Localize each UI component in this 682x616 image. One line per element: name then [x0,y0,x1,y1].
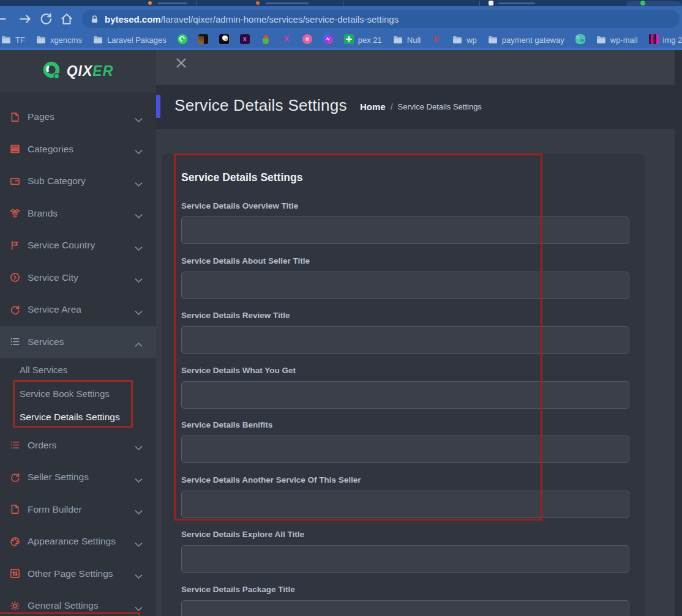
chevron-down-icon [135,114,143,120]
eagle-icon [219,34,229,46]
text-input[interactable] [181,600,629,616]
sidebar-item-other-page-settings[interactable]: Other Page Settings [0,557,156,590]
logo-text: QIXER [67,63,114,80]
forward-icon[interactable] [18,12,32,26]
bookmark-item[interactable] [193,34,214,46]
sidebar-item-label: Seller Settings [28,472,89,483]
field-label: Service Details What You Get [181,366,629,376]
parrot-icon [261,34,271,46]
bookmark-item[interactable] [318,34,339,46]
bookmark-item[interactable]: payment gateway [482,35,570,45]
sidebar-subitem-label: Service Book Settings [20,388,110,399]
palette-icon [9,535,21,547]
sidebar-subitem-service-details-settings[interactable]: Service Details Settings [0,406,156,429]
bookmark-item[interactable]: img 2 gd [643,34,682,46]
bookmark-item[interactable]: TF [0,35,31,45]
bookmark-item[interactable] [297,34,318,46]
text-input[interactable] [181,436,629,463]
app-logo[interactable]: QIXER [0,50,156,92]
sidebar-item-seller-settings[interactable]: Seller Settings [0,461,156,494]
bookmarks-bar: TF xgencms Laravel Pakages x X [0,32,682,48]
sidebar-item-service-area[interactable]: Service Area [0,294,156,326]
sidebar-item-pages[interactable]: Pages [0,101,156,133]
text-input[interactable] [181,326,629,354]
page-title: Service Details Settings [174,96,347,115]
bookmark-item[interactable] [255,34,276,46]
folder-icon [596,35,606,44]
flag-icon [9,239,21,251]
text-input[interactable] [181,217,629,244]
text-input[interactable] [181,272,629,299]
sidebar-item-orders[interactable]: Orders [0,429,156,461]
lock-icon [91,15,99,24]
browser-tab-strip [0,0,682,6]
sidebar-item-services[interactable]: Services [0,326,156,358]
active-tab-stub[interactable] [626,1,682,6]
reload-icon[interactable] [39,12,53,26]
chevron-down-icon [135,475,143,480]
chevron-down-icon [135,507,143,512]
bookmark-item[interactable]: Laravel Pakages [88,35,172,45]
main-content: Service Details Settings Home / Service … [156,50,682,616]
sidebar-item-label: Service City [28,272,78,283]
sidebar-item-label: Categories [28,144,73,155]
sidebar-item-sub-category[interactable]: Sub Category [0,165,156,198]
sidebar-item-appearance-settings[interactable]: Appearance Settings [0,525,156,558]
sidebar-item-brands[interactable]: Brands [0,198,156,230]
bookmark-item[interactable]: Null [388,35,426,45]
sheets-icon [344,34,354,46]
tab-separator [196,1,197,6]
sidebar-subitem-all-services[interactable]: All Services [0,358,156,382]
breadcrumb-home-link[interactable]: Home [360,102,386,112]
settings-card: Service Details Settings Service Details… [162,154,645,616]
url-bar[interactable]: bytesed.com/laravel/qixer/admin-home/ser… [82,10,680,28]
lattice-icon [9,207,21,220]
bookmark-item[interactable]: X [276,34,297,46]
back-icon[interactable] [0,12,7,26]
text-input[interactable] [181,381,629,409]
sidebar-subitem-label: All Services [20,365,67,375]
it-red-icon: IT [432,34,441,46]
text-input[interactable] [181,491,629,518]
bookmark-item[interactable]: wp-mail [591,35,643,45]
sidebar-subitem-service-book-settings[interactable]: Service Book Settings [0,382,156,406]
folder-icon [1,35,11,44]
bookmark-item[interactable] [214,34,234,46]
sidebar-item-service-city[interactable]: Service City [0,262,156,294]
close-icon[interactable] [174,56,188,70]
sidebar-item-service-country[interactable]: Service Country [0,229,156,262]
xd-icon: x [240,34,250,46]
file-icon [9,111,21,123]
field-label: Service Details Review Title [181,311,629,321]
bookmark-label: xgencms [50,35,82,45]
chevron-down-icon [135,442,143,448]
chevron-down-icon [135,243,143,248]
sidebar-item-label: Orders [28,440,56,451]
bookmark-item[interactable]: xgencms [31,35,88,45]
browser-scrollbar[interactable] [675,50,682,616]
bookmark-item[interactable] [172,34,193,46]
bookmark-item[interactable]: pex 21 [339,34,388,46]
sidebar-item-form-builder[interactable]: Form Builder [0,493,156,525]
sidebar-item-general-settings[interactable]: General Settings [0,590,156,616]
breadcrumb-separator: / [391,102,393,112]
browser-toolbar: bytesed.com/laravel/qixer/admin-home/ser… [0,6,682,32]
bookmark-item[interactable] [570,34,591,46]
bookmark-item[interactable]: wp [447,35,482,45]
file-icon [9,503,21,516]
sidebar-item-label: Pages [28,111,54,122]
sidebar-item-categories[interactable]: Categories [0,133,156,166]
messenger-icon [323,34,333,46]
circle-arrow-icon [9,272,21,284]
text-input[interactable] [181,545,629,573]
tab-title-fragment [266,2,309,4]
folder-icon [36,35,46,44]
gear-icon [9,599,21,612]
field-label: Service Details Package Title [181,585,629,595]
sidebar-item-label: Form Builder [28,504,82,515]
home-icon[interactable] [60,12,73,26]
bookmark-item[interactable]: IT [426,34,447,46]
bookmark-item[interactable]: x [234,34,255,46]
field-label: Service Details Benifits [181,420,629,430]
form-field: Service Details Benifits [181,414,629,469]
